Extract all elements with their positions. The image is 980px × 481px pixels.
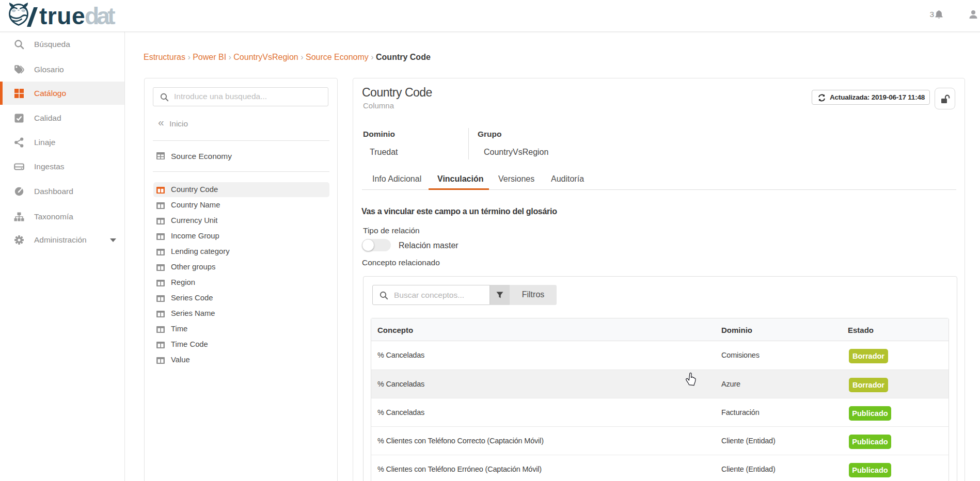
- svg-text:dat: dat: [85, 3, 115, 29]
- svg-text:true: true: [39, 3, 85, 29]
